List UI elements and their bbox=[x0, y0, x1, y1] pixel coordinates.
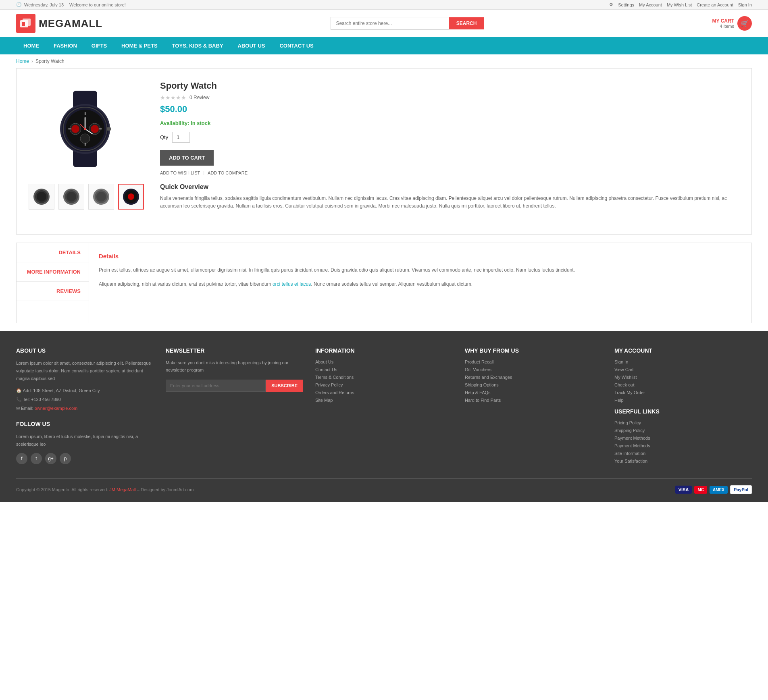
mastercard-icon: MC bbox=[694, 486, 707, 494]
footer-link-shipping[interactable]: Shipping Options bbox=[465, 382, 602, 387]
footer-link-faqs[interactable]: Help & FAQs bbox=[465, 390, 602, 395]
footer-information: INFORMATION About Us Contact Us Terms & … bbox=[315, 347, 453, 466]
search-area: SEARCH bbox=[331, 17, 484, 30]
settings-link[interactable]: Settings bbox=[618, 2, 634, 7]
tab-reviews[interactable]: REVIEWS bbox=[17, 282, 89, 301]
review-count[interactable]: 0 Review bbox=[189, 95, 209, 100]
footer-top: ABOUT US Lorem ipsum dolor sit amet, con… bbox=[16, 347, 752, 466]
footer-link-viewcart[interactable]: View Cart bbox=[614, 367, 752, 372]
product-images bbox=[29, 81, 144, 210]
footer-link-payment1[interactable]: Payment Methods bbox=[614, 436, 752, 440]
svg-point-24 bbox=[37, 192, 46, 201]
svg-point-11 bbox=[71, 125, 79, 133]
twitter-icon[interactable]: t bbox=[31, 453, 42, 464]
product-price: $50.00 bbox=[160, 104, 739, 114]
svg-rect-17 bbox=[68, 129, 71, 129]
footer-link-payment2[interactable]: Payment Methods bbox=[614, 443, 752, 448]
tab-more-info[interactable]: MORE INFORMATION bbox=[17, 262, 89, 282]
my-account-link[interactable]: My Account bbox=[639, 2, 662, 7]
logo-text: MEGAMALL bbox=[39, 17, 102, 30]
logo-icon bbox=[16, 14, 35, 33]
search-button[interactable]: SEARCH bbox=[449, 17, 484, 29]
footer-link-recall[interactable]: Product Recall bbox=[465, 359, 602, 364]
footer-link-about[interactable]: About Us bbox=[315, 359, 453, 364]
svg-rect-16 bbox=[99, 129, 102, 129]
tab-details[interactable]: DETAILS bbox=[17, 243, 89, 262]
cart-actions: ADD TO CART bbox=[160, 150, 739, 166]
footer-link-privacy[interactable]: Privacy Policy bbox=[315, 382, 453, 387]
footer-myaccount-title: MY ACCOUNT bbox=[614, 347, 752, 354]
cart-label: MY CART bbox=[712, 18, 734, 24]
svg-point-33 bbox=[128, 193, 134, 200]
cart-area[interactable]: MY CART 4 items 🛒 bbox=[712, 16, 752, 31]
add-to-cart-button[interactable]: ADD TO CART bbox=[160, 150, 214, 166]
tab-content-text-2: Aliquam adipiscing, nibh at varius dictu… bbox=[99, 280, 742, 288]
footer-link-help[interactable]: Help bbox=[614, 398, 752, 403]
top-bar: 🕐 Wednesday, July 13 Welcome to our onli… bbox=[0, 0, 768, 10]
footer-link-terms[interactable]: Terms & Conditions bbox=[315, 375, 453, 380]
nav-about[interactable]: ABOUT US bbox=[231, 37, 273, 54]
nav-home-pets[interactable]: HOME & PETS bbox=[114, 37, 165, 54]
logo[interactable]: MEGAMALL bbox=[16, 14, 102, 33]
footer-useful-title: USERFUL LINKS bbox=[614, 408, 752, 415]
footer-link-orders[interactable]: Orders and Returns bbox=[315, 390, 453, 395]
footer-link-sitemap[interactable]: Site Map bbox=[315, 398, 453, 403]
footer-newsletter: NEWSLETTER Make sure you dont miss inter… bbox=[166, 347, 303, 466]
svg-rect-14 bbox=[85, 112, 85, 115]
qty-input[interactable] bbox=[172, 132, 190, 143]
footer-link-siteinfo[interactable]: Site Information bbox=[614, 451, 752, 456]
orci-link[interactable]: orci tellus et lacus bbox=[273, 281, 311, 287]
footer-email: ✉ Email: owner@example.com bbox=[16, 404, 154, 413]
footer-link-hardtofind[interactable]: Hard to Find Parts bbox=[465, 398, 602, 403]
search-input[interactable] bbox=[331, 17, 449, 30]
add-to-wishlist-link[interactable]: ADD TO WISH LIST bbox=[160, 170, 200, 175]
product-info: Sporty Watch ★★★★★ 0 Review $50.00 Avail… bbox=[160, 81, 739, 210]
footer-link-pricing[interactable]: Pricing Policy bbox=[614, 420, 752, 425]
nav-contact[interactable]: CONTACT US bbox=[272, 37, 321, 54]
cart-count: 4 items bbox=[712, 24, 734, 29]
nav-gifts[interactable]: GIFTS bbox=[84, 37, 114, 54]
sign-in-link[interactable]: Sign In bbox=[738, 2, 752, 7]
settings-icon: ⚙ bbox=[609, 2, 613, 7]
cart-text: MY CART 4 items bbox=[712, 18, 734, 29]
pinterest-icon[interactable]: p bbox=[60, 453, 71, 464]
product-thumb-1[interactable] bbox=[29, 184, 54, 210]
action-separator: | bbox=[203, 170, 204, 175]
footer-link-shippingpolicy[interactable]: Shipping Policy bbox=[614, 428, 752, 433]
wishlist-link[interactable]: My Wish List bbox=[667, 2, 692, 7]
quick-overview-text: Nulla venenatis fringilla tellus, sodale… bbox=[160, 195, 739, 210]
nav-home[interactable]: HOME bbox=[16, 37, 46, 54]
footer-link-vouchers[interactable]: Gift Vouchers bbox=[465, 367, 602, 372]
footer-link-returns[interactable]: Returns and Exchanges bbox=[465, 375, 602, 380]
availability: Availability: In stock bbox=[160, 120, 739, 126]
newsletter-subscribe-button[interactable]: SUBSCRIBE bbox=[266, 380, 303, 392]
footer-link-checkout[interactable]: Check out bbox=[614, 382, 752, 387]
footer-email-link[interactable]: owner@example.com bbox=[35, 406, 78, 411]
footer-link-trackorder[interactable]: Track My Order bbox=[614, 390, 752, 395]
footer-link-signin[interactable]: Sign In bbox=[614, 359, 752, 364]
facebook-icon[interactable]: f bbox=[16, 453, 27, 464]
footer-contact: 🏠 Add: 108 Street, AZ District, Green Ci… bbox=[16, 386, 154, 413]
footer-about-text: Lorem ipsum dolor sit amet, consectetur … bbox=[16, 359, 154, 382]
svg-point-10 bbox=[80, 134, 90, 143]
cart-icon[interactable]: 🛒 bbox=[737, 16, 752, 31]
product-thumb-4[interactable] bbox=[118, 184, 144, 210]
add-to-compare-link[interactable]: ADD TO COMPARE bbox=[208, 170, 248, 175]
footer-link-contact[interactable]: Contact Us bbox=[315, 367, 453, 372]
brand-link[interactable]: JM MegaMall bbox=[109, 487, 135, 492]
product-thumb-3[interactable] bbox=[88, 184, 114, 210]
footer-follow-section: FOLLOW US Lorem ipsum, libero et luctus … bbox=[16, 421, 154, 464]
svg-rect-13 bbox=[107, 127, 111, 131]
footer-link-satisfaction[interactable]: Your Satisfaction bbox=[614, 459, 752, 463]
qty-label: Qty bbox=[160, 134, 168, 140]
breadcrumb-home[interactable]: Home bbox=[16, 58, 29, 64]
newsletter-email-input[interactable] bbox=[166, 380, 266, 392]
action-links: ADD TO WISH LIST | ADD TO COMPARE bbox=[160, 170, 739, 175]
googleplus-icon[interactable]: g+ bbox=[45, 453, 56, 464]
product-thumb-2[interactable] bbox=[58, 184, 84, 210]
nav-fashion[interactable]: FASHION bbox=[46, 37, 84, 54]
footer-link-mywishlist[interactable]: My Wishlist bbox=[614, 375, 752, 380]
nav-toys[interactable]: TOYS, KIDS & BABY bbox=[165, 37, 231, 54]
clock-icon: 🕐 bbox=[16, 2, 22, 7]
create-account-link[interactable]: Create an Account bbox=[697, 2, 733, 7]
